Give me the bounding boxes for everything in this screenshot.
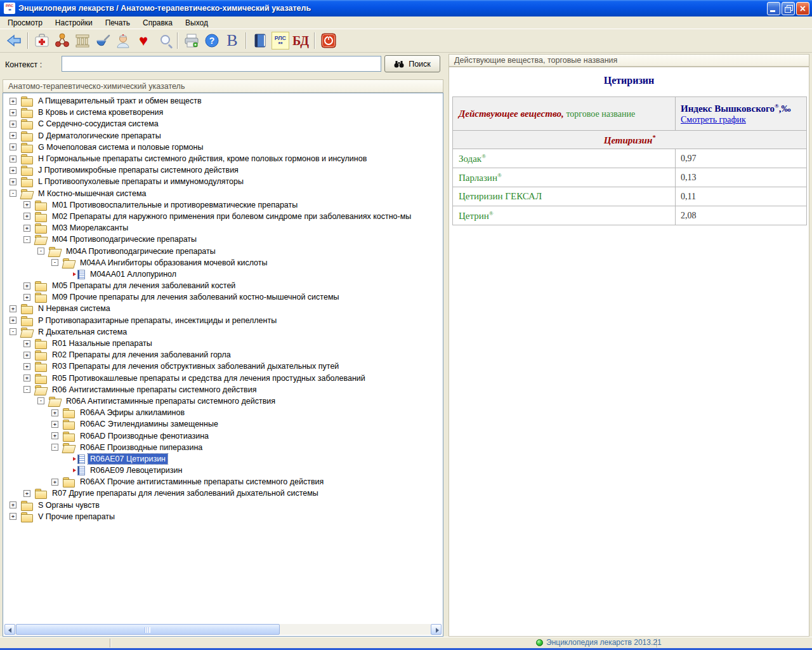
expand-toggle[interactable]: + (10, 501, 16, 508)
tree-item-label[interactable]: R01 Назальные препараты (50, 338, 154, 348)
tree-row[interactable]: +J Противомикробные препараты системного… (4, 164, 442, 176)
tree-item-label[interactable]: P Противопаразитарные препараты, инсекти… (36, 315, 278, 326)
tree-item-label[interactable]: R06AD Производные фенотиазина (78, 431, 211, 441)
tree-item-label[interactable]: V Прочие препараты (36, 512, 117, 522)
tree-item-label[interactable]: G Мочеполовая система и половые гормоны (36, 142, 205, 152)
tree-item-label[interactable]: R06 Антигистаминные препараты системного… (50, 385, 258, 395)
tree-item-label[interactable]: M09 Прочие препараты для лечения заболев… (50, 292, 341, 302)
tree-item-label[interactable]: D Дерматологические препараты (36, 131, 163, 141)
expand-toggle[interactable]: + (10, 143, 16, 150)
tree-item-label[interactable]: M04AA Ингибиторы образования мочевой кис… (78, 258, 269, 268)
collapse-toggle[interactable]: - (51, 444, 58, 451)
scrollbar-thumb[interactable] (16, 624, 280, 635)
tree-item-label[interactable]: H Гормональные препараты системного днйс… (36, 154, 369, 164)
tree-row[interactable]: +M03 Миорелаксанты (4, 222, 442, 234)
tree-item-label[interactable]: C Сердечно-сосудистая система (36, 119, 160, 129)
tree-row[interactable]: +R06AA Эфиры алкиламинов (4, 407, 442, 418)
expand-toggle[interactable]: + (23, 282, 30, 289)
first-aid-kit-button[interactable] (32, 30, 52, 51)
tree-item-label[interactable]: M04AA01 Аллопуринол (88, 269, 178, 279)
tree-item-label[interactable]: M04 Противоподагрические препараты (50, 234, 199, 244)
collapse-toggle[interactable]: - (23, 386, 30, 393)
tree-row[interactable]: -M04AA Ингибиторы образования мочевой ки… (4, 257, 442, 269)
tree-row[interactable]: +R06AD Производные фенотиазина (4, 430, 442, 441)
molecule-button[interactable] (52, 30, 72, 51)
expand-toggle[interactable]: + (23, 352, 30, 359)
tree-item-label[interactable]: R06A Антигистаминные препараты системног… (64, 396, 277, 406)
scroll-left-arrow[interactable] (4, 624, 15, 635)
tree-row[interactable]: +C Сердечно-сосудистая система (4, 118, 442, 129)
help-button[interactable]: ? (202, 30, 222, 51)
search-tool-button[interactable] (154, 30, 174, 51)
trade-name-text[interactable]: Зодак (459, 154, 481, 164)
doctor-button[interactable] (113, 30, 133, 51)
tree-row[interactable]: -R Дыхательная система (4, 326, 442, 338)
exit-button[interactable] (318, 30, 339, 51)
expand-toggle[interactable]: + (23, 490, 30, 497)
tree-row[interactable]: M04AA01 Аллопуринол (4, 269, 442, 280)
tree-row[interactable]: +L Противоопухолевые препараты и иммуном… (4, 176, 442, 187)
rls-button[interactable]: РЛС ** (270, 30, 291, 51)
scroll-right-arrow[interactable] (431, 624, 442, 635)
tree-row[interactable]: +R05 Противокашлевые препараты и средств… (4, 373, 442, 384)
expand-toggle[interactable]: + (10, 178, 16, 185)
restore-button[interactable] (782, 2, 795, 15)
tree-item-label[interactable]: N Нервная система (36, 303, 112, 314)
tree-item-label[interactable]: M02 Препараты для наружного применения п… (50, 211, 413, 222)
menu-item[interactable]: Просмотр (4, 17, 46, 29)
expand-toggle[interactable]: + (10, 513, 16, 520)
expand-toggle[interactable]: + (23, 375, 30, 381)
tree-row[interactable]: +R03 Препараты для лечения обструктивных… (4, 361, 442, 372)
tree-item-label[interactable]: M04A Противоподагрические препараты (64, 246, 218, 256)
expand-toggle[interactable]: + (23, 363, 30, 370)
print-button[interactable] (181, 30, 202, 51)
tree-item-label[interactable]: R06AC Этилендиамины замещенные (78, 419, 220, 429)
tree-row[interactable]: -M04A Противоподагрические препараты (4, 245, 442, 256)
tree-item-label[interactable]: R06AE07 Цетиризин (88, 454, 167, 464)
tree-item-label[interactable]: M03 Миорелаксанты (50, 223, 130, 233)
panel-splitter[interactable] (443, 53, 449, 637)
tree-item-label[interactable]: R06AE09 Левоцетиризин (88, 465, 184, 475)
expand-toggle[interactable]: + (23, 340, 30, 347)
tree-row[interactable]: +H Гормональные препараты системного днй… (4, 153, 442, 164)
expand-toggle[interactable]: + (10, 317, 16, 324)
expand-toggle[interactable]: + (23, 225, 30, 232)
expand-toggle[interactable]: + (10, 98, 16, 105)
expand-toggle[interactable]: + (10, 121, 16, 128)
trade-name-text[interactable]: Парлазин (459, 173, 497, 183)
expand-toggle[interactable]: + (23, 201, 30, 208)
tree-item-label[interactable]: R06AE Производные пиперазина (78, 442, 204, 453)
tree-row[interactable]: R06AE07 Цетиризин (4, 453, 442, 465)
tree-row[interactable]: +A Пищеварительный тракт и обмен веществ (4, 95, 442, 107)
tree-item-label[interactable]: B Кровь и система кроветворения (36, 107, 165, 117)
tree-item-label[interactable]: R07 Другие препараты для лечения заболев… (50, 488, 320, 498)
heart-button[interactable]: ♥ (133, 30, 154, 51)
tree-item-label[interactable]: M01 Противовоспалительные и противоревма… (50, 200, 299, 210)
tree-item-label[interactable]: R05 Противокашлевые препараты и средства… (50, 373, 367, 383)
trade-name-text[interactable]: Цетиризин ГЕКСАЛ (459, 191, 542, 201)
menu-item[interactable]: Выход (181, 17, 212, 29)
tree-row[interactable]: +S Органы чувств (4, 500, 442, 511)
tree-row[interactable]: -R06AE Производные пиперазина (4, 442, 442, 453)
tree-row[interactable]: +M01 Противовоспалительные и противоревм… (4, 199, 442, 211)
expand-toggle[interactable]: + (10, 132, 16, 139)
tree-row[interactable]: R06AE09 Левоцетиризин (4, 465, 442, 476)
menu-item[interactable]: Печать (102, 17, 134, 29)
collapse-toggle[interactable]: - (10, 190, 16, 197)
tree-row[interactable]: +M09 Прочие препараты для лечения заболе… (4, 291, 442, 303)
tree-row[interactable]: -M04 Противоподагрические препараты (4, 234, 442, 245)
expand-toggle[interactable]: + (51, 479, 58, 486)
expand-toggle[interactable]: + (51, 409, 58, 416)
expand-toggle[interactable]: + (23, 213, 30, 220)
building-button[interactable] (72, 30, 93, 51)
minimize-button[interactable] (767, 2, 780, 15)
tree-item-label[interactable]: R02 Препараты для лечения заболеваний го… (50, 350, 233, 360)
tree-row[interactable]: +M05 Препараты для лечения заболеваний к… (4, 280, 442, 291)
vyshkovsky-index-button[interactable]: В (222, 30, 242, 51)
tree-row[interactable]: -R06A Антигистаминные препараты системно… (4, 395, 442, 407)
tree-row[interactable]: -R06 Антигистаминные препараты системног… (4, 384, 442, 395)
tree-row[interactable]: +R01 Назальные препараты (4, 338, 442, 349)
tree-row[interactable]: +B Кровь и система кроветворения (4, 107, 442, 118)
database-button[interactable]: БД (291, 30, 311, 51)
tree-item-label[interactable]: R06AX Прочие антигистаминные препараты с… (78, 477, 325, 487)
